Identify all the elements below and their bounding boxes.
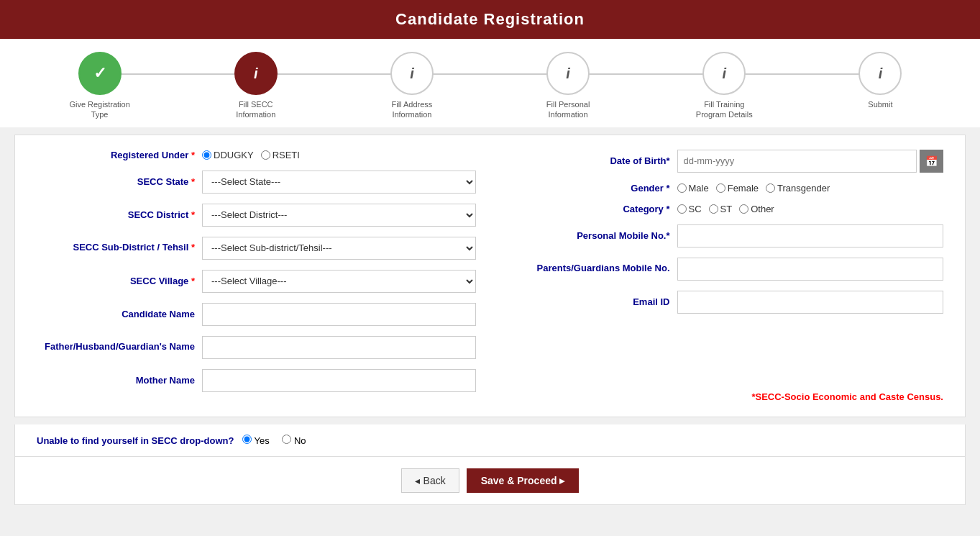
page-title: Candidate Registration — [395, 10, 585, 28]
guardian-mobile-label: Parents/Guardians Mobile No. — [505, 263, 670, 275]
radio-male[interactable]: Male — [677, 183, 709, 194]
secc-subdistrict-label: SECC Sub-District / Tehsil * — [37, 242, 195, 254]
step-3-label: Fill Address Information — [376, 99, 448, 120]
father-name-label: Father/Husband/Guardian's Name — [37, 341, 195, 353]
radio-rseti-label: RSETI — [273, 150, 300, 160]
step-4-circle: i — [546, 52, 590, 95]
unable-section: Unable to find yourself in SECC drop-dow… — [14, 424, 966, 457]
back-label: Back — [423, 475, 446, 486]
secc-state-row: SECC State * ---Select State--- — [37, 171, 476, 194]
secc-village-row: SECC Village * ---Select Village--- — [37, 270, 476, 293]
step-2: i Fill SECC Information — [178, 52, 334, 120]
radio-ddugky-label: DDUGKY — [214, 150, 254, 160]
unable-yes-label[interactable]: Yes — [242, 435, 272, 446]
step-6-label: Submit — [868, 99, 892, 109]
step-1-label: Give Registration Type — [64, 99, 136, 120]
secc-state-select[interactable]: ---Select State--- — [202, 171, 476, 194]
step-6-circle: i — [858, 52, 902, 95]
step-1: ✓ Give Registration Type — [22, 52, 178, 120]
radio-female-input[interactable] — [716, 183, 725, 193]
candidate-name-label: Candidate Name — [37, 309, 195, 319]
secc-district-label: SECC District * — [37, 209, 195, 220]
footer-buttons: ◂ Back Save & Proceed ▸ — [14, 457, 966, 505]
radio-transgender-label: Transgender — [777, 183, 830, 194]
gender-label: Gender * — [505, 183, 670, 194]
unable-yes-text: Yes — [254, 435, 269, 446]
radio-transgender[interactable]: Transgender — [766, 183, 830, 194]
calendar-button[interactable]: 📅 — [920, 150, 943, 173]
radio-ddugky-input[interactable] — [202, 150, 211, 160]
step-5-label: Fill Training Program Details — [688, 99, 760, 120]
radio-ddugky[interactable]: DDUGKY — [202, 150, 254, 160]
step-4: i Fill Personal Information — [490, 52, 646, 120]
guardian-mobile-row: Parents/Guardians Mobile No. — [505, 258, 944, 281]
father-name-input[interactable] — [202, 336, 476, 359]
category-label: Category * — [505, 204, 670, 214]
radio-transgender-input[interactable] — [766, 183, 775, 193]
personal-mobile-label: Personal Mobile No.* — [505, 230, 670, 241]
back-arrow-icon: ◂ — [415, 475, 420, 486]
candidate-name-row: Candidate Name — [37, 303, 476, 326]
radio-male-label: Male — [689, 183, 709, 194]
personal-mobile-row: Personal Mobile No.* — [505, 224, 944, 247]
secc-subdistrict-select[interactable]: ---Select Sub-district/Tehsil--- — [202, 237, 476, 260]
email-label: Email ID — [505, 296, 670, 307]
radio-st-input[interactable] — [709, 204, 718, 214]
save-proceed-label: Save & Proceed ▸ — [481, 475, 565, 486]
unable-no-label[interactable]: No — [282, 435, 306, 446]
secc-village-select[interactable]: ---Select Village--- — [202, 270, 476, 293]
registered-under-radio-group: DDUGKY RSETI — [202, 150, 300, 160]
mother-name-label: Mother Name — [37, 375, 195, 386]
radio-sc[interactable]: SC — [677, 204, 702, 214]
step-1-circle: ✓ — [78, 52, 122, 95]
page-header: Candidate Registration — [0, 0, 980, 39]
registered-under-row: Registered Under * DDUGKY RSETI — [37, 150, 476, 160]
radio-sc-label: SC — [689, 204, 702, 214]
registered-under-label: Registered Under * — [37, 150, 195, 160]
gender-row: Gender * Male Female Transgender — [505, 183, 944, 194]
back-button[interactable]: ◂ Back — [401, 468, 459, 493]
dob-input[interactable] — [677, 150, 917, 173]
unable-no-input[interactable] — [282, 435, 291, 444]
candidate-name-input[interactable] — [202, 303, 476, 326]
radio-rseti[interactable]: RSETI — [261, 150, 300, 160]
step-5: i Fill Training Program Details — [646, 52, 802, 120]
personal-mobile-input[interactable] — [677, 224, 944, 247]
mother-name-row: Mother Name — [37, 369, 476, 392]
step-5-circle: i — [702, 52, 746, 95]
form-grid: Registered Under * DDUGKY RSETI SECC S — [37, 150, 943, 402]
dob-row: Date of Birth* 📅 — [505, 150, 944, 173]
step-2-label: Fill SECC Information — [220, 99, 292, 120]
unable-yes-input[interactable] — [242, 435, 252, 444]
radio-other[interactable]: Other — [739, 204, 774, 214]
save-proceed-button[interactable]: Save & Proceed ▸ — [467, 468, 580, 493]
radio-female[interactable]: Female — [716, 183, 759, 194]
secc-village-label: SECC Village * — [37, 276, 195, 286]
secc-district-select[interactable]: ---Select District--- — [202, 204, 476, 227]
step-2-circle: i — [234, 52, 278, 95]
gender-radio-group: Male Female Transgender — [677, 183, 830, 194]
mother-name-input[interactable] — [202, 369, 476, 392]
step-3-circle: i — [390, 52, 434, 95]
radio-other-label: Other — [751, 204, 774, 214]
category-row: Category * SC ST Other — [505, 204, 944, 214]
radio-other-input[interactable] — [739, 204, 748, 214]
secc-district-row: SECC District * ---Select District--- — [37, 204, 476, 227]
guardian-mobile-input[interactable] — [677, 258, 944, 281]
right-column: Date of Birth* 📅 Gender * Male — [505, 150, 944, 402]
radio-sc-input[interactable] — [677, 204, 687, 214]
step-6: i Submit — [802, 52, 958, 109]
radio-male-input[interactable] — [677, 183, 687, 193]
unable-question: Unable to find yourself in SECC drop-dow… — [37, 435, 234, 446]
form-container: Registered Under * DDUGKY RSETI SECC S — [14, 135, 966, 417]
secc-subdistrict-row: SECC Sub-District / Tehsil * ---Select S… — [37, 237, 476, 260]
radio-rseti-input[interactable] — [261, 150, 270, 160]
email-input[interactable] — [677, 291, 944, 314]
dob-wrapper: 📅 — [677, 150, 944, 173]
email-row: Email ID — [505, 291, 944, 314]
secc-state-label: SECC State * — [37, 176, 195, 187]
category-radio-group: SC ST Other — [677, 204, 774, 214]
stepper: ✓ Give Registration Type i Fill SECC Inf… — [0, 39, 980, 127]
secc-note: *SECC-Socio Economic and Caste Census. — [505, 377, 944, 402]
radio-st[interactable]: ST — [709, 204, 733, 214]
